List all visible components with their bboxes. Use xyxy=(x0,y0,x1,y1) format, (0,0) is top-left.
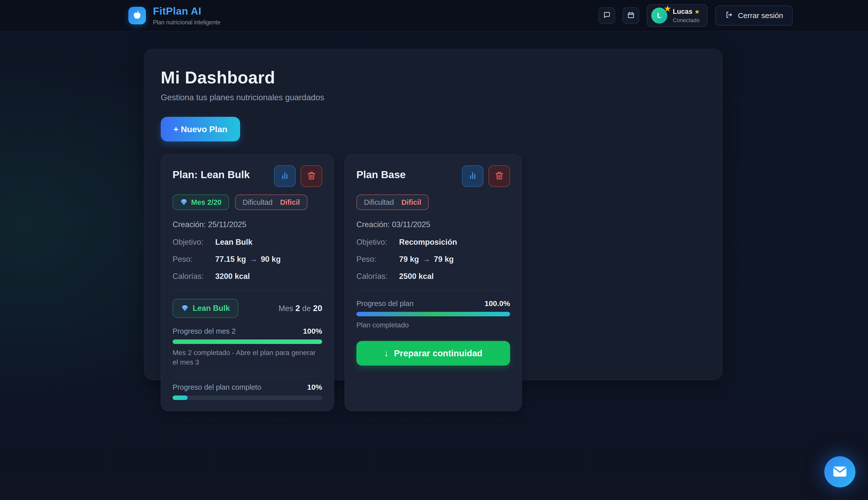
brand: FitPlan AI Plan nutricional inteligente xyxy=(128,5,220,26)
month-progress-bar xyxy=(173,339,322,344)
header-actions: L ★ Lucas ★ Conectado Cerrar sesión xyxy=(599,4,792,27)
bar-chart-icon xyxy=(468,171,478,182)
calories-row: Calorías: 3200 kcal xyxy=(173,272,322,281)
plan-title: Plan Base xyxy=(356,169,406,181)
brand-text: FitPlan AI Plan nutricional inteligente xyxy=(153,5,220,26)
difficulty-badge: Dificultad Dificil xyxy=(356,194,429,210)
calendar-icon xyxy=(627,11,635,20)
calories-row: Calorías: 2500 kcal xyxy=(356,272,510,281)
arrow-right-icon: → xyxy=(246,255,261,264)
user-name: Lucas ★ xyxy=(673,8,700,15)
plan-title: Plan: Lean Bulk xyxy=(173,169,250,181)
divider xyxy=(356,290,510,290)
divider xyxy=(173,290,322,290)
prepare-continuity-button[interactable]: ↓ Preparar continuidad xyxy=(356,341,510,366)
page-title: Mi Dashboard xyxy=(161,68,706,87)
difficulty-badge: Dificultad Dificil xyxy=(235,194,308,210)
gem-icon xyxy=(180,198,188,206)
logout-icon xyxy=(725,11,733,21)
weight-row: Peso: 77.15 kg → 90 kg xyxy=(173,255,322,264)
app-title: FitPlan AI xyxy=(153,5,220,17)
objective-row: Objetivo: Lean Bulk xyxy=(173,238,322,247)
weight-row: Peso: 79 kg → 79 kg xyxy=(356,255,510,264)
arrow-right-icon: → xyxy=(419,255,434,264)
completed-note: Plan completado xyxy=(356,320,510,330)
dashboard-panel: Mi Dashboard Gestiona tus planes nutrici… xyxy=(144,49,722,380)
user-chip[interactable]: L ★ Lucas ★ Conectado xyxy=(647,4,708,27)
chat-icon xyxy=(603,11,611,20)
stats-button[interactable] xyxy=(462,165,484,187)
avatar-star-icon: ★ xyxy=(663,3,671,14)
stats-button[interactable] xyxy=(274,165,296,187)
delete-button[interactable] xyxy=(301,165,322,187)
bar-chart-icon xyxy=(280,171,290,182)
mail-icon xyxy=(833,467,846,477)
total-progress-header: Progreso del plan completo 10% xyxy=(173,383,322,391)
app-logo xyxy=(128,7,146,24)
plan-progress-header: Progreso del plan 100.0% xyxy=(356,299,510,308)
apple-icon xyxy=(131,10,143,22)
plan-cards: Plan: Lean Bulk xyxy=(161,154,706,411)
new-plan-button[interactable]: + Nuevo Plan xyxy=(161,117,240,141)
objective-row: Objetivo: Recomposición xyxy=(356,238,510,247)
user-status: Conectado xyxy=(673,17,700,24)
trash-icon xyxy=(494,171,504,182)
month-note: Mes 2 completado - Abre el plan para gen… xyxy=(173,348,322,367)
contact-fab-button[interactable] xyxy=(824,456,855,487)
month-badge: Mes 2/20 xyxy=(173,194,229,210)
month-indicator: Mes 2 de 20 xyxy=(279,304,322,313)
user-info: Lucas ★ Conectado xyxy=(673,8,700,24)
arrow-down-icon: ↓ xyxy=(384,348,389,358)
chat-button[interactable] xyxy=(599,7,615,24)
creation-date: Creación: 03/11/2025 xyxy=(356,220,510,229)
logout-button[interactable]: Cerrar sesión xyxy=(715,5,792,26)
creation-date: Creación: 25/11/2025 xyxy=(173,220,322,229)
delete-button[interactable] xyxy=(488,165,510,187)
plan-card-base: Plan Base xyxy=(345,154,522,411)
app-tagline: Plan nutricional inteligente xyxy=(153,19,220,26)
divider xyxy=(173,376,322,376)
plan-card-lean-bulk: Plan: Lean Bulk xyxy=(161,154,334,411)
goal-badge[interactable]: Lean Bulk xyxy=(173,299,238,318)
page-subtitle: Gestiona tus planes nutricionales guarda… xyxy=(161,93,706,102)
star-icon: ★ xyxy=(694,8,700,15)
total-progress-bar xyxy=(173,396,322,400)
avatar: L ★ xyxy=(651,8,667,24)
gem-icon xyxy=(181,305,189,312)
plan-progress-bar xyxy=(356,312,510,316)
month-progress-header: Progreso del mes 2 100% xyxy=(173,327,322,336)
trash-icon xyxy=(306,171,316,182)
calendar-button[interactable] xyxy=(623,7,639,24)
app-header: FitPlan AI Plan nutricional inteligente xyxy=(0,0,868,31)
